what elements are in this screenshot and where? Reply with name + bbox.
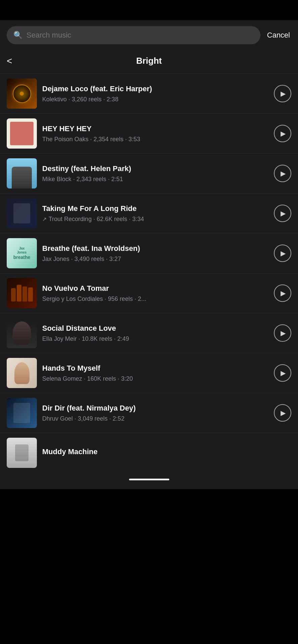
track-item[interactable]: Dejame Loco (feat. Eric Harper)Kolektivo…	[0, 74, 298, 114]
track-item[interactable]: HEY HEY HEYThe Poison Oaks · 2,354 reels…	[0, 114, 298, 154]
track-item[interactable]: No Vuelvo A TomarSergio y Los Cordiales …	[0, 273, 298, 313]
track-meta: Dhruv Goel · 3,049 reels · 2:52	[42, 415, 269, 422]
track-item[interactable]: JaxJonesbreathe Breathe (feat. Ina Wrold…	[0, 233, 298, 273]
play-icon: ▶	[281, 329, 286, 337]
track-thumbnail	[7, 358, 37, 388]
track-thumbnail	[7, 398, 37, 428]
track-list: Dejame Loco (feat. Eric Harper)Kolektivo…	[0, 74, 298, 473]
play-icon: ▶	[281, 369, 286, 377]
track-thumbnail	[7, 158, 37, 189]
track-item[interactable]: Dir Dir (feat. Nirmalya Dey)Dhruv Goel ·…	[0, 393, 298, 433]
track-name: Dejame Loco (feat. Eric Harper)	[42, 84, 269, 94]
status-bar	[0, 0, 298, 20]
track-info: Taking Me For A Long Ride↗Trout Recordin…	[42, 204, 269, 223]
track-info: Dir Dir (feat. Nirmalya Dey)Dhruv Goel ·…	[42, 404, 269, 422]
track-name: Muddy Machine	[42, 447, 291, 457]
track-name: Dir Dir (feat. Nirmalya Dey)	[42, 404, 269, 413]
track-info: HEY HEY HEYThe Poison Oaks · 2,354 reels…	[42, 124, 269, 143]
track-name: HEY HEY HEY	[42, 124, 269, 134]
track-info: Muddy Machine	[42, 447, 291, 459]
play-icon: ▶	[281, 209, 286, 217]
track-meta: The Poison Oaks · 2,354 reels · 3:53	[42, 136, 269, 143]
back-button[interactable]: <	[7, 56, 12, 66]
track-name: Social Distance Love	[42, 324, 269, 333]
track-item[interactable]: Muddy Machine	[0, 433, 298, 473]
play-button[interactable]: ▶	[274, 284, 291, 302]
search-icon: 🔍	[13, 31, 22, 40]
play-icon: ▶	[281, 90, 286, 98]
play-button[interactable]: ▶	[274, 205, 291, 222]
track-info: Dejame Loco (feat. Eric Harper)Kolektivo…	[42, 84, 269, 103]
track-meta: Kolektivo · 3,260 reels · 2:38	[42, 96, 269, 103]
track-info: No Vuelvo A TomarSergio y Los Cordiales …	[42, 284, 269, 303]
scroll-indicator	[129, 479, 169, 480]
track-thumbnail	[7, 318, 37, 348]
play-button[interactable]: ▶	[274, 125, 291, 142]
play-button[interactable]: ▶	[274, 324, 291, 342]
track-name: Breathe (feat. Ina Wroldsen)	[42, 244, 269, 254]
track-thumbnail	[7, 438, 37, 468]
track-info: Hands To MyselfSelena Gomez · 160K reels…	[42, 364, 269, 382]
track-info: Breathe (feat. Ina Wroldsen)Jax Jones · …	[42, 244, 269, 263]
play-button[interactable]: ▶	[274, 245, 291, 262]
track-meta: Ella Joy Meir · 10.8K reels · 2:49	[42, 335, 269, 342]
track-thumbnail	[7, 198, 37, 228]
play-icon: ▶	[281, 129, 286, 138]
track-item[interactable]: Destiny (feat. Helen Park)Mike Block · 2…	[0, 154, 298, 194]
track-thumbnail	[7, 278, 37, 308]
track-item[interactable]: Social Distance LoveElla Joy Meir · 10.8…	[0, 313, 298, 353]
track-name: Taking Me For A Long Ride	[42, 204, 269, 214]
search-input-wrapper[interactable]: 🔍	[7, 26, 260, 44]
play-icon: ▶	[281, 249, 286, 257]
play-button[interactable]: ▶	[274, 364, 291, 382]
track-item[interactable]: Taking Me For A Long Ride↗Trout Recordin…	[0, 194, 298, 233]
track-thumbnail	[7, 78, 37, 109]
track-thumbnail	[7, 118, 37, 149]
play-button[interactable]: ▶	[274, 404, 291, 422]
trending-icon: ↗	[42, 216, 47, 222]
cancel-button[interactable]: Cancel	[266, 31, 291, 40]
track-item[interactable]: Hands To MyselfSelena Gomez · 160K reels…	[0, 353, 298, 393]
track-meta: Selena Gomez · 160K reels · 3:20	[42, 375, 269, 382]
track-info: Social Distance LoveElla Joy Meir · 10.8…	[42, 324, 269, 342]
search-input[interactable]	[26, 31, 254, 40]
track-info: Destiny (feat. Helen Park)Mike Block · 2…	[42, 164, 269, 183]
track-meta: Mike Block · 2,343 reels · 2:51	[42, 176, 269, 183]
play-button[interactable]: ▶	[274, 165, 291, 182]
page-header: < Bright	[0, 50, 298, 74]
play-icon: ▶	[281, 409, 286, 417]
track-meta: ↗Trout Recording · 62.6K reels · 3:34	[42, 216, 269, 223]
page-title: Bright	[136, 56, 162, 66]
track-name: Destiny (feat. Helen Park)	[42, 164, 269, 174]
track-meta: Jax Jones · 3,490 reels · 3:27	[42, 256, 269, 263]
track-name: No Vuelvo A Tomar	[42, 284, 269, 293]
track-meta: Sergio y Los Cordiales · 956 reels · 2..…	[42, 296, 269, 303]
play-button[interactable]: ▶	[274, 85, 291, 102]
bottom-bar	[0, 473, 298, 489]
track-name: Hands To Myself	[42, 364, 269, 373]
track-thumbnail: JaxJonesbreathe	[7, 238, 37, 268]
play-icon: ▶	[281, 169, 286, 177]
search-bar-area: 🔍 Cancel	[0, 20, 298, 50]
play-icon: ▶	[281, 289, 286, 297]
